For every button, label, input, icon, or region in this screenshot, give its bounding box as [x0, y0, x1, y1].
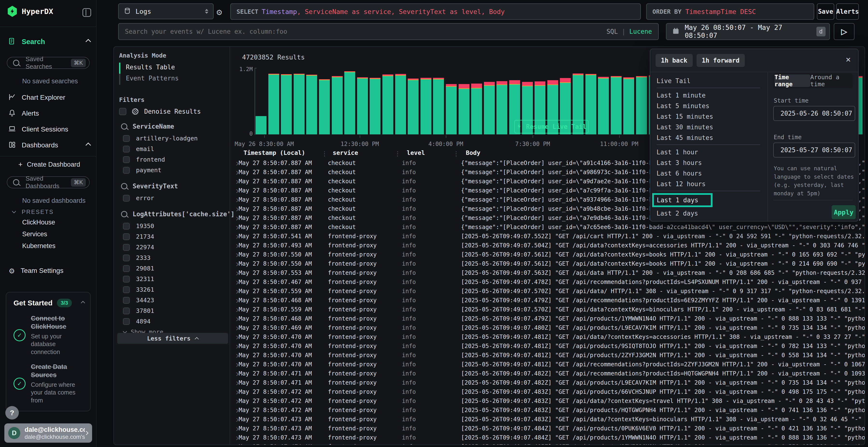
end-time-input[interactable]: 2025-05-27 08:50:07 — [773, 143, 855, 158]
chevron-up-icon[interactable] — [86, 143, 91, 148]
sidebar-item-dashboards[interactable]: Dashboards — [8, 140, 90, 151]
filter-option[interactable]: 19350 — [123, 222, 227, 230]
row-expand-icon[interactable] — [229, 251, 239, 258]
sidebar-item-search[interactable]: Search — [8, 36, 90, 47]
filter-checkbox[interactable] — [123, 233, 130, 240]
row-expand-icon[interactable] — [229, 169, 239, 176]
row-expand-icon[interactable] — [229, 205, 239, 212]
query-settings-gear-icon[interactable]: ⚙ — [217, 7, 222, 18]
source-select[interactable]: Logs — [118, 3, 214, 19]
preset-link[interactable]: Kubernetes — [22, 242, 56, 250]
log-table-row[interactable]: May 27 8:50:07.472 AMfrontend-proxyinfo[… — [229, 406, 865, 415]
logo[interactable]: HyperDX — [7, 6, 53, 17]
less-filters-button[interactable]: Less filters — [117, 333, 228, 344]
log-table-row[interactable]: May 27 8:50:07.473 AMfrontend-proxyinfo[… — [229, 424, 865, 433]
time-range-option[interactable]: Last 6 hours — [656, 168, 702, 179]
log-table-row[interactable]: May 27 8:50:07.493 AMfrontend-proxyinfo[… — [229, 241, 865, 250]
time-range-option[interactable]: Last 2 days — [656, 208, 698, 219]
log-table-row[interactable]: May 27 8:50:07.550 AMfrontend-proxyinfo[… — [229, 250, 865, 259]
log-table-row[interactable]: May 27 8:50:07.474 AMfrontend-proxyinfo[… — [229, 442, 865, 445]
chevron-up-icon[interactable] — [86, 39, 91, 44]
select-query-input[interactable]: SELECT Timestamp , ServiceName as servic… — [230, 3, 641, 20]
apply-button[interactable]: Apply — [832, 205, 856, 219]
time-range-option[interactable]: Last 45 minutes — [656, 133, 713, 143]
row-expand-icon[interactable] — [229, 297, 239, 304]
preset-link[interactable]: Services — [22, 231, 56, 238]
column-header-service[interactable]: service — [333, 149, 358, 156]
row-expand-icon[interactable] — [229, 379, 239, 386]
row-expand-icon[interactable] — [229, 425, 239, 432]
collapse-sidebar-icon[interactable] — [83, 8, 91, 17]
search-input[interactable] — [124, 28, 607, 35]
sql-mode-toggle[interactable]: SQL — [607, 28, 618, 35]
log-table-row[interactable]: May 27 8:50:07.559 AMfrontend-proxyinfo[… — [229, 305, 865, 314]
log-table-row[interactable]: May 27 8:50:07.468 AMfrontend-proxyinfo[… — [229, 296, 865, 305]
filter-checkbox[interactable] — [123, 286, 130, 293]
filter-checkbox[interactable] — [123, 195, 130, 202]
denoise-checkbox[interactable] — [119, 108, 126, 115]
filter-option[interactable]: 34423 — [123, 297, 227, 304]
filter-option[interactable]: error — [123, 195, 227, 202]
filter-checkbox[interactable] — [123, 276, 130, 282]
row-expand-icon[interactable] — [229, 407, 239, 414]
chevron-up-icon[interactable] — [81, 301, 85, 305]
row-expand-icon[interactable] — [229, 224, 239, 231]
time-range-option[interactable]: Last 15 minutes — [656, 111, 713, 122]
time-range-option[interactable]: Last 1 minute — [656, 90, 706, 101]
row-expand-icon[interactable] — [229, 160, 239, 166]
filter-option[interactable]: 37801 — [123, 307, 227, 314]
close-icon[interactable]: × — [845, 55, 851, 64]
filter-checkbox[interactable] — [123, 318, 130, 325]
row-expand-icon[interactable] — [229, 398, 239, 404]
column-header-level[interactable]: level — [407, 149, 425, 156]
filter-option[interactable]: 2333 — [123, 254, 227, 261]
filter-checkbox[interactable] — [123, 223, 130, 230]
presets-section-header[interactable]: PRESETS — [12, 209, 54, 215]
log-table-row[interactable]: May 27 8:50:07.550 AMfrontend-proxyinfo[… — [229, 259, 865, 268]
row-expand-icon[interactable] — [229, 306, 239, 313]
log-table-row[interactable]: May 27 8:50:07.470 AMfrontend-proxyinfo[… — [229, 342, 865, 351]
shift-forward-button[interactable]: 1h forward — [696, 54, 745, 67]
log-table-row[interactable]: May 27 8:50:07.467 AMfrontend-proxyinfo[… — [229, 277, 865, 286]
orderby-input[interactable]: ORDER BY TimestampTime DESC — [646, 3, 814, 20]
filter-checkbox[interactable] — [123, 254, 130, 261]
row-expand-icon[interactable] — [229, 434, 239, 441]
filter-checkbox[interactable] — [123, 167, 130, 174]
filter-option[interactable]: payment — [123, 167, 227, 174]
sidebar-item-team-settings[interactable]: ⚙ Team Settings — [9, 266, 63, 275]
column-resize-handle[interactable]: ⋮ — [453, 149, 459, 158]
time-range-option[interactable]: Last 1 hour — [656, 147, 698, 158]
column-resize-handle[interactable]: ⋮ — [321, 149, 328, 158]
log-table-row[interactable]: May 27 8:50:07.472 AMfrontend-proxyinfo[… — [229, 387, 865, 397]
filter-option[interactable]: 22974 — [123, 244, 227, 251]
lucene-mode-toggle[interactable]: Lucene — [629, 28, 652, 35]
time-range-option[interactable]: Live Tail — [656, 76, 690, 86]
log-table-row[interactable]: May 27 8:50:07.468 AMfrontend-proxyinfo[… — [229, 314, 865, 323]
log-table-row[interactable]: May 27 8:50:07.470 AMfrontend-proxyinfo[… — [229, 351, 865, 360]
row-expand-icon[interactable] — [229, 334, 239, 340]
row-expand-icon[interactable] — [229, 388, 239, 395]
log-table-row[interactable]: May 27 8:50:07.469 AMfrontend-proxyinfo[… — [229, 323, 865, 332]
run-query-button[interactable]: ▷ — [834, 23, 855, 40]
filter-option[interactable]: 4894 — [123, 318, 227, 325]
row-expand-icon[interactable] — [229, 178, 239, 185]
shift-back-button[interactable]: 1h back — [656, 54, 693, 67]
alerts-button[interactable]: Alerts — [836, 3, 859, 20]
time-range-option[interactable]: Last 12 hours — [656, 179, 706, 189]
log-table-row[interactable]: May 27 8:50:07.553 AMfrontend-proxyinfo[… — [229, 268, 865, 277]
time-range-option[interactable]: Last 5 minutes — [656, 101, 709, 111]
row-expand-icon[interactable] — [229, 233, 239, 240]
get-started-step[interactable]: ✓Connect to ClickHouseSet up your databa… — [13, 314, 84, 356]
user-menu[interactable]: D dale@clickhouse.com dale@clickhouse.co… — [4, 423, 92, 443]
sidebar-item-chart-explorer[interactable]: Chart Explorer — [8, 92, 90, 103]
tab-time-range[interactable]: Time range — [774, 74, 810, 87]
log-table-row[interactable]: May 27 8:50:07.473 AMfrontend-proxyinfo[… — [229, 433, 865, 442]
row-expand-icon[interactable] — [229, 361, 239, 368]
row-expand-icon[interactable] — [229, 279, 239, 285]
row-expand-icon[interactable] — [229, 315, 239, 322]
log-table-row[interactable]: May 27 8:50:07.541 AMfrontend-proxyinfo[… — [229, 232, 865, 241]
row-expand-icon[interactable] — [229, 370, 239, 377]
filter-option[interactable]: 33261 — [123, 286, 227, 293]
log-table-row[interactable]: May 27 8:50:07.559 AMfrontend-proxyinfo[… — [229, 286, 865, 296]
tab-around-a-time[interactable]: Around a time — [810, 74, 851, 87]
